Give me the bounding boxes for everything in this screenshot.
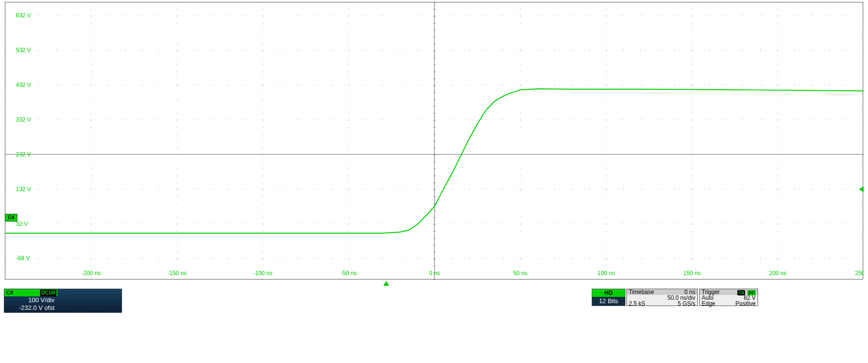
svg-text:-150 ns: -150 ns [167,270,187,277]
svg-point-1968 [443,84,443,85]
svg-point-1924 [254,84,255,85]
svg-point-1118 [245,223,246,224]
svg-point-1231 [731,223,731,224]
svg-point-1203 [610,223,610,224]
trigger-level-arrow-icon[interactable] [859,186,864,192]
svg-point-1881 [69,84,70,85]
svg-point-1804 [602,119,602,120]
trigger-time-arrow-icon[interactable] [383,281,389,286]
svg-point-1301 [168,189,169,189]
svg-point-1060 [859,258,860,259]
svg-point-1285 [99,189,100,189]
svg-point-1560 [417,154,418,154]
svg-point-1422 [688,189,688,189]
svg-point-1082 [91,223,91,224]
svg-point-1926 [262,84,263,85]
svg-point-1224 [700,223,701,224]
svg-point-920 [258,258,259,259]
svg-point-2021 [670,84,671,85]
svg-point-877 [74,258,74,259]
svg-point-943 [357,258,357,259]
channel-info-panel[interactable]: C4 DC1M 100 V/div -232.0 V ofst [4,289,122,313]
svg-point-1276 [61,189,61,189]
svg-point-1057 [846,258,847,259]
svg-point-1744 [344,119,345,120]
svg-point-2207 [606,50,606,51]
svg-point-1566 [443,154,443,154]
svg-point-2279 [52,15,53,16]
svg-point-1770 [456,119,456,120]
svg-point-1616 [657,154,658,154]
svg-point-1675 [48,119,48,120]
svg-point-1183 [524,223,525,224]
channel-ground-marker[interactable]: C4 [5,214,17,222]
waveform-graticule[interactable]: 632 V532 V432 V332 V232 V132 V32 V-68 V-… [5,2,863,279]
svg-point-1828 [705,119,705,120]
svg-point-1437 [752,189,752,189]
svg-point-2061 [842,84,842,85]
svg-point-1548 [366,154,366,154]
svg-point-2311 [190,15,190,16]
svg-point-1621 [679,154,679,154]
svg-point-1069 [35,223,36,224]
svg-point-2261 [838,50,838,51]
svg-point-1909 [190,84,190,85]
svg-point-1596 [571,154,572,154]
svg-point-2086 [87,50,87,51]
svg-point-1877 [52,84,53,85]
svg-point-879 [82,258,83,259]
svg-point-2468 [863,15,864,16]
svg-point-2195 [555,50,555,51]
svg-point-2166 [430,50,431,51]
svg-point-1950 [366,84,366,85]
svg-point-2167 [434,50,434,51]
svg-point-1711 [203,119,203,120]
svg-point-2330 [271,15,271,16]
svg-point-1465 [9,154,10,154]
svg-point-2301 [147,15,147,16]
svg-point-2290 [99,15,100,16]
svg-point-1410 [636,189,637,189]
svg-point-961 [434,258,434,259]
svg-point-937 [331,258,332,259]
svg-point-2292 [108,15,108,16]
svg-point-1306 [190,189,190,189]
svg-point-2307 [173,15,173,16]
svg-point-2223 [675,50,675,51]
svg-point-1546 [357,154,357,154]
svg-point-1812 [636,119,637,120]
svg-point-2263 [846,50,847,51]
svg-point-2253 [803,50,804,51]
svg-point-1929 [275,84,276,85]
hd-panel[interactable]: HD 12 Bits [592,289,625,306]
svg-point-1213 [653,223,653,224]
svg-point-2453 [799,15,800,16]
svg-point-2102 [155,50,156,51]
svg-point-2276 [40,15,40,16]
svg-point-977 [503,258,503,259]
svg-point-1387 [537,189,538,189]
svg-point-1969 [447,84,448,85]
svg-point-1530 [288,154,289,154]
svg-point-1755 [391,119,392,120]
svg-point-1654 [820,154,821,154]
svg-point-1685 [91,119,91,120]
trigger-panel[interactable]: Trigger C4 DC Auto 82 V Edge Positive [699,289,758,306]
svg-point-944 [361,258,362,259]
svg-point-2037 [739,84,739,85]
svg-point-1948 [357,84,357,85]
svg-point-1144 [357,223,357,224]
svg-point-2208 [610,50,610,51]
timebase-panel[interactable]: Timebase 0 ns 50.0 ns/div 2.5 kS 5 GS/s [626,289,698,306]
svg-point-1727 [271,119,271,120]
svg-point-1472 [40,154,40,154]
svg-point-2357 [387,15,388,16]
svg-point-1168 [460,223,461,224]
svg-point-2349 [353,15,353,16]
svg-point-1650 [803,154,804,154]
svg-point-1281 [82,189,83,189]
svg-point-2257 [820,50,821,51]
svg-point-2242 [756,50,757,51]
svg-point-1604 [606,154,606,154]
svg-point-1447 [795,189,795,189]
